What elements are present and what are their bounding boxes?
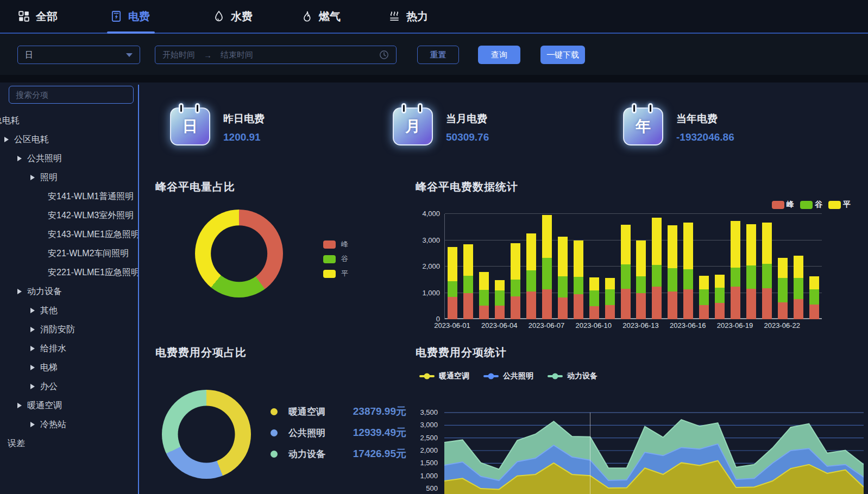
tab-electricity[interactable]: 电费 bbox=[110, 0, 150, 33]
legend-item[interactable]: 峰 bbox=[772, 200, 794, 210]
x-tick-label: 2023-06-07 bbox=[529, 321, 565, 330]
stat-label: 当月电费 bbox=[446, 112, 487, 126]
download-button[interactable]: 一键下载 bbox=[540, 46, 585, 64]
legend-item[interactable]: 谷 bbox=[800, 200, 822, 210]
bar-segment bbox=[683, 269, 693, 289]
legend-item[interactable]: 公共照明12939.49元 bbox=[271, 426, 406, 440]
tree-item[interactable]: 暖通空调 bbox=[0, 396, 139, 415]
energy-share-donut-chart[interactable] bbox=[195, 210, 283, 297]
tree-item[interactable]: 安21-WLM2车间照明 bbox=[0, 244, 139, 263]
expander-caret-icon[interactable] bbox=[30, 346, 35, 351]
tree-item[interactable]: 安143-WLME1应急照明 bbox=[0, 225, 139, 244]
expander-caret-icon[interactable] bbox=[4, 137, 9, 142]
breakdown-share-donut-chart[interactable] bbox=[162, 390, 251, 479]
expander-caret-icon[interactable] bbox=[17, 403, 22, 408]
stacked-bar bbox=[699, 276, 709, 319]
bar-segment bbox=[715, 303, 725, 319]
bar-segment bbox=[762, 288, 772, 319]
reset-button[interactable]: 重置 bbox=[417, 46, 459, 64]
tab-heat[interactable]: 热力 bbox=[388, 0, 428, 33]
tree-item[interactable]: 公共照明 bbox=[0, 149, 139, 168]
query-button[interactable]: 查询 bbox=[478, 46, 520, 64]
bar-segment bbox=[558, 237, 568, 276]
legend-item[interactable]: 峰 bbox=[323, 239, 348, 249]
tab-water[interactable]: 水费 bbox=[213, 0, 253, 33]
stacked-bar bbox=[605, 278, 615, 319]
chart-title-cost-stats: 峰谷平电费数据统计 bbox=[416, 180, 518, 194]
tree-item[interactable]: 冷热站 bbox=[0, 415, 139, 434]
tab-gas[interactable]: 燃气 bbox=[301, 0, 341, 33]
legend-item[interactable]: 公共照明 bbox=[483, 371, 533, 381]
tree-item[interactable]: 其他 bbox=[0, 301, 139, 320]
tree-item[interactable]: 照明 bbox=[0, 168, 139, 187]
gridline bbox=[445, 213, 822, 214]
legend-item[interactable]: 动力设备17426.95元 bbox=[271, 447, 406, 461]
search-input[interactable] bbox=[9, 86, 134, 104]
expander-caret-icon[interactable] bbox=[30, 384, 35, 389]
bar-segment bbox=[715, 288, 725, 303]
bar-segment bbox=[668, 268, 677, 292]
tree-item[interactable]: 安221-WLME1应急照明 bbox=[0, 263, 139, 282]
tab-label: 全部 bbox=[36, 9, 58, 24]
area-chart-plot[interactable] bbox=[444, 399, 864, 494]
stat-label: 当年电费 bbox=[676, 112, 718, 126]
tree-item[interactable]: 误差 bbox=[0, 434, 139, 453]
legend-item[interactable]: 平 bbox=[828, 200, 851, 210]
legend-line-marker bbox=[483, 375, 499, 377]
chart-title-energy-share: 峰谷平电量占比 bbox=[155, 180, 235, 194]
expander-caret-icon[interactable] bbox=[17, 289, 22, 294]
tab-all[interactable]: 全部 bbox=[18, 0, 58, 33]
tree-item[interactable]: 给排水 bbox=[0, 339, 139, 358]
stacked-bar bbox=[652, 218, 662, 319]
bar-segment bbox=[495, 290, 505, 306]
stacked-bar bbox=[558, 237, 568, 319]
bar-segment bbox=[652, 265, 662, 287]
tree-item[interactable]: 动力设备 bbox=[0, 282, 139, 301]
legend-item[interactable]: 暖通空调 bbox=[419, 371, 469, 381]
expander-caret-icon[interactable] bbox=[30, 327, 35, 332]
tree-item[interactable]: 办公 bbox=[0, 377, 139, 396]
expander-caret-icon[interactable] bbox=[30, 422, 35, 427]
tree-item[interactable]: 安141-WLM1普通照明 bbox=[0, 187, 139, 206]
legend-swatch bbox=[323, 270, 336, 278]
tree-item-label: 安143-WLME1应急照明 bbox=[48, 225, 139, 244]
legend-item[interactable]: 平 bbox=[323, 269, 348, 278]
tree-item[interactable]: 公区电耗 bbox=[0, 130, 139, 149]
stacked-bar bbox=[636, 240, 646, 319]
expander-caret-icon[interactable] bbox=[17, 156, 22, 161]
bar-segment bbox=[621, 225, 631, 264]
legend-item[interactable]: 谷 bbox=[323, 254, 348, 264]
legend-label: 平 bbox=[341, 269, 348, 278]
stacked-bar bbox=[495, 280, 505, 319]
stacked-bar bbox=[479, 272, 489, 319]
expander-caret-icon[interactable] bbox=[30, 365, 35, 370]
tree-item-label: 照明 bbox=[40, 168, 58, 187]
tree-item[interactable]: 电梯 bbox=[0, 358, 139, 377]
heat-icon bbox=[388, 10, 400, 22]
calendar-ring bbox=[632, 103, 637, 113]
x-tick-label: 2023-06-19 bbox=[717, 321, 753, 330]
sidebar-divider bbox=[138, 85, 139, 494]
date-range-picker[interactable]: 开始时间 → 结束时间 bbox=[155, 46, 397, 64]
expander-caret-icon[interactable] bbox=[30, 175, 35, 180]
chart-title-breakdown-trend: 电费费用分项统计 bbox=[416, 345, 507, 360]
tree-item[interactable]: 消防安防 bbox=[0, 320, 139, 339]
legend-item[interactable]: 暖通空调23879.99元 bbox=[271, 404, 406, 419]
legend-label: 动力设备 bbox=[567, 371, 597, 381]
bar-segment bbox=[809, 289, 819, 305]
stacked-bar bbox=[574, 240, 583, 319]
flame-icon bbox=[301, 10, 313, 22]
legend-item[interactable]: 动力设备 bbox=[548, 371, 597, 381]
calendar-ring bbox=[195, 103, 200, 113]
tab-label: 电费 bbox=[128, 9, 150, 24]
bar-segment bbox=[589, 306, 599, 319]
bar-chart-plot[interactable] bbox=[444, 214, 822, 319]
calendar-char: 年 bbox=[636, 116, 651, 137]
tree-item[interactable]: 安142-WLM3室外照明 bbox=[0, 206, 139, 225]
bar-segment bbox=[621, 289, 631, 319]
tree-item[interactable]: 总电耗 bbox=[0, 111, 139, 130]
period-select-value: 日 bbox=[25, 50, 33, 60]
tree-item-label: 安141-WLM1普通照明 bbox=[48, 187, 134, 206]
expander-caret-icon[interactable] bbox=[30, 308, 35, 313]
period-select[interactable]: 日 bbox=[17, 46, 140, 64]
